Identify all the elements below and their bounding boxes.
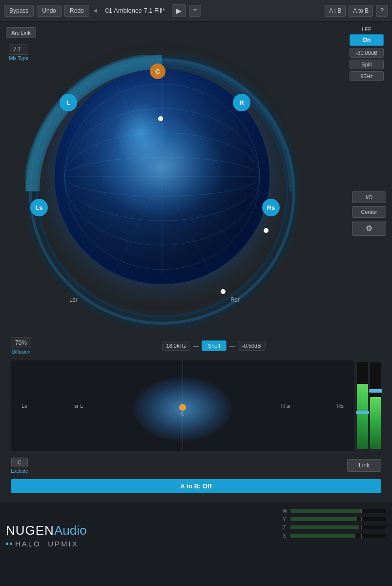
list-button[interactable]: ≡ — [189, 5, 201, 17]
lufs-bar-bg-2 — [290, 525, 386, 529]
bypass-button[interactable]: Bypass — [4, 5, 34, 17]
eq-gain[interactable]: -0.50dB — [238, 341, 266, 351]
lufs-bar-fill-2 — [290, 525, 359, 529]
channel-ls-button[interactable]: Ls — [30, 199, 48, 216]
right-panel: I/O Center ⚙ — [352, 191, 386, 236]
top-row: Arc Link 7.1 Mix Type LFE On -30.00dB Sp… — [6, 26, 386, 51]
lufs-letter-2: Z — [283, 525, 289, 530]
brand-product-name: HALO UPMIX — [15, 540, 79, 548]
lufs-letter-0: W — [283, 508, 289, 514]
panner-c-dot[interactable] — [179, 404, 186, 411]
ring-dot-right[interactable] — [264, 228, 268, 233]
lufs-row-2: Z — [283, 524, 386, 531]
exclude-group: C Exclude — [11, 458, 28, 474]
eq-diffusion-row: 70% Diffusion 18.0kHz — Shelf — -0.50dB — [6, 333, 386, 360]
brand-group: NUGEN Audio HALO UPMIX — [6, 523, 86, 548]
brand-dot-2 — [10, 543, 12, 545]
lufs-bar-fill-3 — [290, 534, 355, 538]
brand-dots — [6, 543, 12, 545]
lufs-marker-1 — [361, 517, 362, 521]
mix-type-value[interactable]: 7.1 — [9, 44, 28, 55]
diffusion-group: 70% Diffusion — [11, 337, 31, 355]
channel-l-button[interactable]: L — [60, 94, 77, 111]
brand-audio: Audio — [54, 523, 87, 538]
bottom-controls-row: C Exclude Link — [6, 454, 386, 478]
eq-controls: 18.0kHz — Shelf — -0.50dB — [162, 340, 266, 351]
eq-arrow-left: — — [193, 343, 199, 349]
arc-link-button[interactable]: Arc Link — [6, 27, 36, 38]
prev-preset-icon[interactable]: ◄ — [92, 7, 99, 14]
meter-left-fill — [357, 384, 368, 449]
lufs-marker-0 — [361, 509, 362, 513]
brand-product-row: HALO UPMIX — [6, 540, 86, 548]
panner-srl-label: sr L — [74, 403, 83, 409]
polar-viz: C L R Ls Rs Lsr — [16, 55, 309, 328]
meter-right — [370, 362, 381, 449]
panner-rsr-label: R sr — [281, 403, 291, 409]
eq-shelf-button[interactable]: Shelf — [202, 340, 227, 351]
gear-button[interactable]: ⚙ — [352, 221, 386, 236]
lufs-bar-fill-0 — [290, 509, 362, 513]
lfe-on-button[interactable]: On — [350, 34, 384, 46]
eq-arrow-right: — — [229, 343, 235, 349]
lufs-bar-bg-1 — [290, 517, 386, 521]
brand-dot-1 — [6, 543, 8, 545]
lufs-meters: WYZX — [281, 505, 388, 541]
undo-button[interactable]: Undo — [37, 5, 62, 17]
meter-right-fill — [370, 397, 381, 449]
link-button[interactable]: Link — [347, 459, 381, 472]
channel-rs-button[interactable]: Rs — [262, 199, 280, 216]
lfe-label: LFE — [362, 26, 371, 32]
exclude-label: Exclude — [11, 468, 28, 474]
lufs-letter-3: X — [283, 533, 289, 539]
diffusion-value[interactable]: 70% — [11, 337, 31, 348]
channel-rsr-label: Rsr — [230, 296, 240, 303]
eq-freq[interactable]: 18.0kHz — [162, 341, 190, 351]
panner-c-label: C — [181, 411, 185, 417]
diffusion-label: Diffusion — [12, 349, 31, 355]
ring-dot-lower-right[interactable] — [221, 289, 226, 294]
channel-r-button[interactable]: R — [233, 94, 250, 111]
brand-footer: NUGEN Audio HALO UPMIX WYZX — [0, 501, 392, 550]
meter-panel — [357, 360, 381, 451]
help-button[interactable]: ? — [376, 5, 388, 17]
lufs-marker-2 — [361, 525, 362, 529]
channel-lsr-label: Lsr — [69, 296, 78, 303]
exclude-button[interactable]: C — [11, 458, 28, 467]
brand-name-row: NUGEN Audio — [6, 523, 86, 538]
lufs-bar-bg-3 — [290, 534, 386, 538]
play-button[interactable]: ▶ — [172, 4, 186, 17]
panner-ls-label: Ls — [21, 403, 27, 409]
brand-nugen: NUGEN — [6, 523, 54, 538]
center-button[interactable]: Center — [352, 206, 386, 218]
plugin-body: Arc Link 7.1 Mix Type LFE On -30.00dB Sp… — [0, 21, 392, 501]
toolbar: Bypass Undo Redo ◄ 01 Ambience 7.1 Fill*… — [0, 0, 392, 21]
ab-button[interactable]: A | B — [325, 5, 346, 17]
preset-name: 01 Ambience 7.1 Fill* — [105, 7, 165, 14]
ring-dot-top[interactable] — [158, 116, 163, 121]
plugin-wrapper: Bypass Undo Redo ◄ 01 Ambience 7.1 Fill*… — [0, 0, 392, 550]
lufs-row-1: Y — [283, 516, 386, 523]
panner-display: Ls sr L C R sr Rs — [11, 360, 354, 451]
lufs-row-0: W — [283, 507, 386, 514]
lufs-letter-1: Y — [283, 517, 289, 522]
meter-left — [357, 362, 368, 449]
channel-c-button[interactable]: C — [150, 63, 165, 79]
panner-rs-label: Rs — [337, 403, 344, 409]
meter-right-thumb[interactable] — [369, 389, 382, 393]
lufs-row-3: X — [283, 532, 386, 539]
visualizer-section: C L R Ls Rs Lsr — [6, 55, 386, 333]
io-button[interactable]: I/O — [352, 191, 386, 203]
lufs-bar-bg-0 — [290, 509, 386, 513]
redo-button[interactable]: Redo — [64, 5, 89, 17]
meter-left-thumb[interactable] — [356, 411, 369, 414]
atob-button[interactable]: A to B — [349, 5, 373, 17]
lufs-bar-fill-1 — [290, 517, 357, 521]
atob-status-bar[interactable]: A to B: Off — [11, 479, 381, 493]
panner-meter-section: Ls sr L C R sr Rs — [11, 360, 381, 451]
lufs-marker-3 — [361, 534, 362, 538]
